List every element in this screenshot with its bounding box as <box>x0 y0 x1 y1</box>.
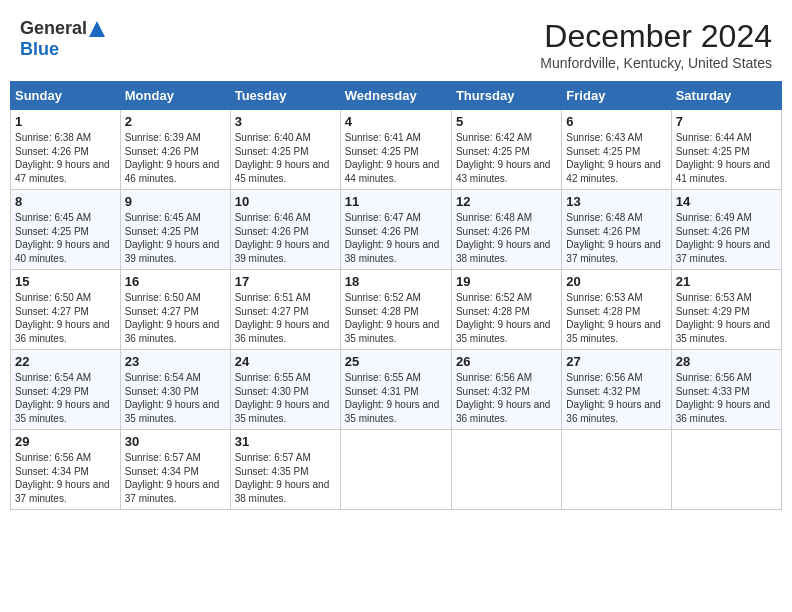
header-day-thursday: Thursday <box>451 82 561 110</box>
day-number: 26 <box>456 354 557 369</box>
location: Munfordville, Kentucky, United States <box>540 55 772 71</box>
day-number: 1 <box>15 114 116 129</box>
calendar-week-5: 29Sunrise: 6:56 AMSunset: 4:34 PMDayligh… <box>11 430 782 510</box>
calendar-cell: 4Sunrise: 6:41 AMSunset: 4:25 PMDaylight… <box>340 110 451 190</box>
cell-content: Sunrise: 6:53 AMSunset: 4:29 PMDaylight:… <box>676 291 777 345</box>
calendar-cell: 5Sunrise: 6:42 AMSunset: 4:25 PMDaylight… <box>451 110 561 190</box>
calendar-header: SundayMondayTuesdayWednesdayThursdayFrid… <box>11 82 782 110</box>
calendar-cell: 20Sunrise: 6:53 AMSunset: 4:28 PMDayligh… <box>562 270 671 350</box>
cell-content: Sunrise: 6:48 AMSunset: 4:26 PMDaylight:… <box>456 211 557 265</box>
calendar-cell: 1Sunrise: 6:38 AMSunset: 4:26 PMDaylight… <box>11 110 121 190</box>
day-number: 13 <box>566 194 666 209</box>
day-number: 9 <box>125 194 226 209</box>
cell-content: Sunrise: 6:50 AMSunset: 4:27 PMDaylight:… <box>125 291 226 345</box>
calendar-cell: 2Sunrise: 6:39 AMSunset: 4:26 PMDaylight… <box>120 110 230 190</box>
day-number: 17 <box>235 274 336 289</box>
cell-content: Sunrise: 6:56 AMSunset: 4:32 PMDaylight:… <box>456 371 557 425</box>
calendar-cell: 10Sunrise: 6:46 AMSunset: 4:26 PMDayligh… <box>230 190 340 270</box>
cell-content: Sunrise: 6:56 AMSunset: 4:32 PMDaylight:… <box>566 371 666 425</box>
calendar-cell: 23Sunrise: 6:54 AMSunset: 4:30 PMDayligh… <box>120 350 230 430</box>
day-number: 7 <box>676 114 777 129</box>
calendar-cell: 11Sunrise: 6:47 AMSunset: 4:26 PMDayligh… <box>340 190 451 270</box>
cell-content: Sunrise: 6:56 AMSunset: 4:34 PMDaylight:… <box>15 451 116 505</box>
calendar-cell: 27Sunrise: 6:56 AMSunset: 4:32 PMDayligh… <box>562 350 671 430</box>
cell-content: Sunrise: 6:43 AMSunset: 4:25 PMDaylight:… <box>566 131 666 185</box>
calendar-cell: 15Sunrise: 6:50 AMSunset: 4:27 PMDayligh… <box>11 270 121 350</box>
cell-content: Sunrise: 6:55 AMSunset: 4:30 PMDaylight:… <box>235 371 336 425</box>
day-number: 6 <box>566 114 666 129</box>
day-number: 19 <box>456 274 557 289</box>
cell-content: Sunrise: 6:46 AMSunset: 4:26 PMDaylight:… <box>235 211 336 265</box>
cell-content: Sunrise: 6:55 AMSunset: 4:31 PMDaylight:… <box>345 371 447 425</box>
day-number: 11 <box>345 194 447 209</box>
cell-content: Sunrise: 6:44 AMSunset: 4:25 PMDaylight:… <box>676 131 777 185</box>
calendar-body: 1Sunrise: 6:38 AMSunset: 4:26 PMDaylight… <box>11 110 782 510</box>
cell-content: Sunrise: 6:54 AMSunset: 4:29 PMDaylight:… <box>15 371 116 425</box>
day-number: 21 <box>676 274 777 289</box>
cell-content: Sunrise: 6:51 AMSunset: 4:27 PMDaylight:… <box>235 291 336 345</box>
day-number: 31 <box>235 434 336 449</box>
cell-content: Sunrise: 6:53 AMSunset: 4:28 PMDaylight:… <box>566 291 666 345</box>
calendar-cell <box>340 430 451 510</box>
day-number: 16 <box>125 274 226 289</box>
calendar-cell: 3Sunrise: 6:40 AMSunset: 4:25 PMDaylight… <box>230 110 340 190</box>
day-number: 20 <box>566 274 666 289</box>
calendar-week-2: 8Sunrise: 6:45 AMSunset: 4:25 PMDaylight… <box>11 190 782 270</box>
day-number: 12 <box>456 194 557 209</box>
logo: General Blue <box>20 18 105 60</box>
day-number: 5 <box>456 114 557 129</box>
calendar-cell: 22Sunrise: 6:54 AMSunset: 4:29 PMDayligh… <box>11 350 121 430</box>
header-day-monday: Monday <box>120 82 230 110</box>
cell-content: Sunrise: 6:38 AMSunset: 4:26 PMDaylight:… <box>15 131 116 185</box>
calendar-cell: 31Sunrise: 6:57 AMSunset: 4:35 PMDayligh… <box>230 430 340 510</box>
calendar-cell: 13Sunrise: 6:48 AMSunset: 4:26 PMDayligh… <box>562 190 671 270</box>
calendar-cell: 6Sunrise: 6:43 AMSunset: 4:25 PMDaylight… <box>562 110 671 190</box>
day-number: 22 <box>15 354 116 369</box>
day-number: 30 <box>125 434 226 449</box>
calendar-cell: 14Sunrise: 6:49 AMSunset: 4:26 PMDayligh… <box>671 190 781 270</box>
calendar-cell: 26Sunrise: 6:56 AMSunset: 4:32 PMDayligh… <box>451 350 561 430</box>
calendar-cell: 29Sunrise: 6:56 AMSunset: 4:34 PMDayligh… <box>11 430 121 510</box>
page-header: General Blue December 2024 Munfordville,… <box>10 10 782 75</box>
calendar-week-4: 22Sunrise: 6:54 AMSunset: 4:29 PMDayligh… <box>11 350 782 430</box>
calendar-cell: 7Sunrise: 6:44 AMSunset: 4:25 PMDaylight… <box>671 110 781 190</box>
cell-content: Sunrise: 6:50 AMSunset: 4:27 PMDaylight:… <box>15 291 116 345</box>
cell-content: Sunrise: 6:52 AMSunset: 4:28 PMDaylight:… <box>456 291 557 345</box>
logo-text: General <box>20 18 105 39</box>
calendar-cell: 19Sunrise: 6:52 AMSunset: 4:28 PMDayligh… <box>451 270 561 350</box>
header-day-sunday: Sunday <box>11 82 121 110</box>
calendar-cell: 25Sunrise: 6:55 AMSunset: 4:31 PMDayligh… <box>340 350 451 430</box>
calendar-week-3: 15Sunrise: 6:50 AMSunset: 4:27 PMDayligh… <box>11 270 782 350</box>
calendar-cell: 30Sunrise: 6:57 AMSunset: 4:34 PMDayligh… <box>120 430 230 510</box>
day-number: 4 <box>345 114 447 129</box>
calendar-cell: 21Sunrise: 6:53 AMSunset: 4:29 PMDayligh… <box>671 270 781 350</box>
day-number: 18 <box>345 274 447 289</box>
day-number: 3 <box>235 114 336 129</box>
cell-content: Sunrise: 6:48 AMSunset: 4:26 PMDaylight:… <box>566 211 666 265</box>
title-block: December 2024 Munfordville, Kentucky, Un… <box>540 18 772 71</box>
calendar-cell: 17Sunrise: 6:51 AMSunset: 4:27 PMDayligh… <box>230 270 340 350</box>
day-number: 14 <box>676 194 777 209</box>
cell-content: Sunrise: 6:47 AMSunset: 4:26 PMDaylight:… <box>345 211 447 265</box>
calendar-cell: 16Sunrise: 6:50 AMSunset: 4:27 PMDayligh… <box>120 270 230 350</box>
calendar-cell: 18Sunrise: 6:52 AMSunset: 4:28 PMDayligh… <box>340 270 451 350</box>
day-number: 28 <box>676 354 777 369</box>
cell-content: Sunrise: 6:49 AMSunset: 4:26 PMDaylight:… <box>676 211 777 265</box>
day-number: 27 <box>566 354 666 369</box>
day-number: 29 <box>15 434 116 449</box>
day-number: 10 <box>235 194 336 209</box>
calendar-cell: 28Sunrise: 6:56 AMSunset: 4:33 PMDayligh… <box>671 350 781 430</box>
cell-content: Sunrise: 6:45 AMSunset: 4:25 PMDaylight:… <box>15 211 116 265</box>
calendar-week-1: 1Sunrise: 6:38 AMSunset: 4:26 PMDaylight… <box>11 110 782 190</box>
calendar-cell: 12Sunrise: 6:48 AMSunset: 4:26 PMDayligh… <box>451 190 561 270</box>
calendar-cell <box>562 430 671 510</box>
cell-content: Sunrise: 6:42 AMSunset: 4:25 PMDaylight:… <box>456 131 557 185</box>
cell-content: Sunrise: 6:56 AMSunset: 4:33 PMDaylight:… <box>676 371 777 425</box>
svg-marker-0 <box>89 21 105 37</box>
cell-content: Sunrise: 6:39 AMSunset: 4:26 PMDaylight:… <box>125 131 226 185</box>
calendar-table: SundayMondayTuesdayWednesdayThursdayFrid… <box>10 81 782 510</box>
header-day-saturday: Saturday <box>671 82 781 110</box>
calendar-cell: 8Sunrise: 6:45 AMSunset: 4:25 PMDaylight… <box>11 190 121 270</box>
cell-content: Sunrise: 6:45 AMSunset: 4:25 PMDaylight:… <box>125 211 226 265</box>
header-day-wednesday: Wednesday <box>340 82 451 110</box>
